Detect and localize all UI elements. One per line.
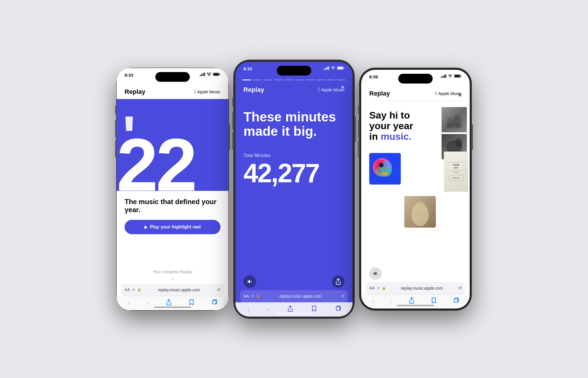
phone3-tabs-button[interactable] bbox=[451, 296, 461, 306]
phone2-tabs-button[interactable] bbox=[333, 305, 343, 314]
apple-logo-icon:  bbox=[194, 89, 196, 95]
phone2-signal-icon bbox=[324, 66, 329, 70]
phone3-address-bar[interactable]: AA ⊞ 🔒 replay.music.apple.com ↺ bbox=[366, 282, 465, 294]
svg-rect-32 bbox=[447, 150, 462, 151]
phone2-refresh-icon[interactable]: ↺ bbox=[341, 293, 345, 299]
phone2-screen: 8:33 bbox=[235, 62, 353, 317]
phone1-nav-replay: Replay bbox=[125, 88, 145, 96]
svg-point-38 bbox=[379, 163, 384, 167]
album-bw-1 bbox=[442, 107, 467, 132]
phone3-nav-replay: Replay bbox=[369, 90, 390, 97]
phone1-address-bar[interactable]: AA ⊞ 🔒 replay.music.apple.com ↺ bbox=[121, 284, 224, 296]
svg-rect-14 bbox=[338, 67, 343, 69]
prog-bar-2 bbox=[253, 80, 262, 80]
phone2-forward-button[interactable]: › bbox=[265, 305, 272, 314]
svg-rect-0 bbox=[200, 75, 201, 76]
phone2-aa-text[interactable]: AA bbox=[243, 294, 249, 298]
svg-rect-7 bbox=[212, 301, 216, 304]
prog-bar-3 bbox=[263, 80, 272, 80]
svg-rect-2 bbox=[203, 73, 204, 76]
dynamic-island-3 bbox=[398, 74, 433, 84]
phone2-address-bar[interactable]: AA ⊞ 🔒 replay.music.apple.com ↺ bbox=[240, 290, 348, 302]
svg-rect-22 bbox=[455, 75, 460, 77]
svg-point-39 bbox=[381, 172, 389, 175]
dynamic-island-2 bbox=[277, 66, 311, 75]
share-circle-button[interactable] bbox=[332, 275, 345, 288]
prog-bar-7 bbox=[305, 80, 314, 80]
svg-rect-19 bbox=[445, 74, 446, 78]
phone3-screen: 8:39 bbox=[361, 70, 470, 309]
wifi-icon bbox=[207, 73, 211, 76]
phone3-wifi-icon bbox=[448, 74, 452, 78]
svg-point-31 bbox=[455, 138, 462, 147]
aa-text[interactable]: AA bbox=[125, 288, 130, 292]
back-button[interactable]: ‹ bbox=[126, 298, 132, 308]
svg-rect-11 bbox=[328, 66, 329, 70]
phone2-back-button[interactable]: ‹ bbox=[245, 305, 252, 314]
svg-rect-3 bbox=[204, 73, 205, 76]
close-button[interactable]: × bbox=[341, 84, 345, 91]
phone2-battery-icon bbox=[337, 66, 345, 70]
apple-logo-icon-3:  bbox=[435, 90, 437, 96]
phone1-screen: 8:33 bbox=[117, 68, 229, 310]
signal-icon bbox=[200, 73, 205, 76]
prog-bar-10 bbox=[337, 80, 346, 80]
prog-bar-1 bbox=[242, 80, 251, 80]
phone3-close-button[interactable]: × bbox=[458, 92, 462, 99]
chevron-down-icon: ⌄ bbox=[117, 275, 229, 282]
svg-rect-8 bbox=[324, 69, 325, 70]
phone2-bottom-btns bbox=[243, 275, 345, 288]
phone3-nav-rule bbox=[369, 101, 462, 101]
phone2-time: 8:33 bbox=[243, 66, 252, 71]
svg-point-20 bbox=[450, 77, 450, 77]
colorful-album-art bbox=[369, 153, 401, 185]
phone-3: 8:39 bbox=[359, 68, 471, 310]
phone1-complete-replay: Your complete Replay ⌄ bbox=[117, 270, 229, 282]
share-icon bbox=[335, 278, 341, 285]
svg-rect-1 bbox=[201, 74, 202, 76]
home-indicator-2 bbox=[275, 313, 313, 314]
svg-rect-16 bbox=[441, 77, 442, 78]
phone3-sound-button[interactable] bbox=[369, 267, 382, 280]
phone3-content: Say hi to your year in music. bbox=[361, 107, 470, 281]
progress-bars bbox=[235, 80, 353, 80]
play-highlight-reel-button[interactable]: ▶ Play your highlight reel bbox=[125, 220, 220, 234]
phone1-nav-apple-music:  Apple Music bbox=[194, 89, 220, 95]
dynamic-island-1 bbox=[155, 72, 190, 82]
phone3-time: 8:39 bbox=[369, 74, 378, 79]
phone1-safari-toolbar: ‹ › bbox=[117, 296, 229, 310]
phone3-back-button[interactable]: ‹ bbox=[370, 296, 376, 306]
phone3-status-icons bbox=[441, 74, 462, 78]
phone2-status-icons bbox=[324, 66, 345, 70]
phone-2: 8:33 bbox=[234, 60, 354, 318]
phone1-time: 8:33 bbox=[125, 73, 133, 77]
svg-rect-6 bbox=[214, 73, 219, 75]
apple-logo-icon-2:  bbox=[318, 87, 320, 93]
phone3-refresh-icon[interactable]: ↺ bbox=[458, 285, 462, 291]
lock-icon: 🔒 bbox=[137, 288, 141, 292]
svg-rect-15 bbox=[336, 307, 340, 310]
phone1-url[interactable]: replay.music.apple.com bbox=[144, 288, 214, 292]
svg-rect-46 bbox=[454, 299, 458, 302]
phone2-url[interactable]: replay.music.apple.com bbox=[262, 294, 339, 298]
phone2-nav: Replay  Apple Music bbox=[235, 83, 353, 98]
phone3-aa-text[interactable]: AA bbox=[369, 286, 375, 290]
tabs-button[interactable] bbox=[209, 298, 219, 308]
sound-button[interactable] bbox=[243, 275, 256, 288]
phone2-address-bar-area: AA ⊞ 🔒 replay.music.apple.com ↺ bbox=[240, 290, 348, 302]
font-size-icon: ⊞ bbox=[132, 288, 135, 292]
refresh-icon[interactable]: ↺ bbox=[217, 287, 220, 292]
ticket-stub: SHOWOUT HOUSE BARCODE bbox=[444, 152, 468, 192]
phone3-url[interactable]: replay.music.apple.com bbox=[388, 286, 456, 290]
prog-bar-6 bbox=[295, 80, 304, 80]
forward-button[interactable]: › bbox=[145, 298, 151, 308]
battery-icon bbox=[213, 73, 220, 76]
svg-rect-18 bbox=[444, 75, 445, 78]
phone3-signal-icon bbox=[441, 74, 446, 78]
svg-rect-9 bbox=[325, 68, 326, 70]
phone3-headline: Say hi to your year in music. bbox=[369, 110, 416, 142]
phone2-safari-toolbar: ‹ › bbox=[235, 302, 353, 317]
phone3-forward-button[interactable]: › bbox=[388, 296, 395, 306]
phone1-tagline: The music that defined your year. bbox=[125, 198, 220, 214]
phone2-nav-replay: Replay bbox=[243, 86, 264, 94]
